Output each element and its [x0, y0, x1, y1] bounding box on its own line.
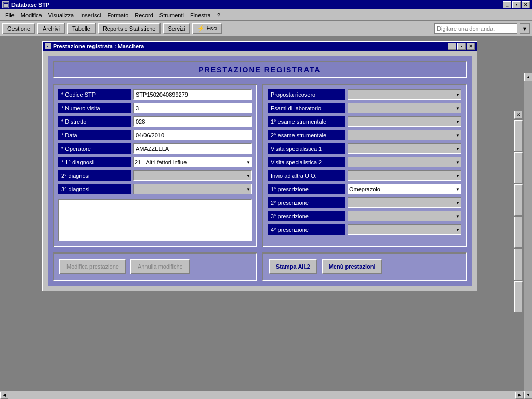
- side-btn-4[interactable]: [514, 217, 523, 248]
- dialog-maximize[interactable]: ▪: [457, 43, 466, 50]
- proposta-arrow: ▼: [456, 92, 460, 97]
- diagnosi1-value: 21 - Altri fattori influe: [135, 159, 187, 165]
- scrollbar-right[interactable]: ▲ ▼: [524, 73, 532, 399]
- menu-prestazioni-button[interactable]: Menù prestazioni: [322, 259, 383, 274]
- visita2-label: Visita specialistica 2: [268, 157, 345, 167]
- help-dropdown[interactable]: ▼: [520, 23, 530, 34]
- dialog-close[interactable]: ✕: [467, 43, 475, 50]
- toolbar-servizi[interactable]: Servizi: [163, 23, 190, 34]
- numero-visita-input[interactable]: [133, 103, 252, 113]
- toolbar-tabelle[interactable]: Tabelle: [67, 23, 96, 34]
- help-input[interactable]: [434, 23, 517, 34]
- side-btn-3[interactable]: [514, 184, 523, 216]
- esami-lab-select[interactable]: ▼: [348, 103, 461, 113]
- prescrizione1-value: Omeprazolo: [349, 186, 380, 192]
- scroll-right-button[interactable]: ▶: [515, 392, 524, 399]
- scroll-up-button[interactable]: ▲: [524, 73, 532, 81]
- prescrizione2-arrow: ▼: [456, 201, 460, 205]
- bottom-scrollbar: ◀ ▶: [0, 391, 524, 399]
- svg-rect-1: [4, 3, 8, 4]
- invio-label: Invio ad altra U.O.: [268, 170, 345, 181]
- diagnosi3-select[interactable]: ▼: [133, 184, 252, 194]
- scroll-left-button[interactable]: ◀: [0, 392, 8, 399]
- dialog-window: ▪ Prestazione registrata : Maschera _ ▪ …: [42, 41, 478, 292]
- prescrizione2-select[interactable]: ▼: [348, 197, 461, 208]
- distretto-input[interactable]: [133, 116, 252, 127]
- stampa-button[interactable]: Stampa All.2: [269, 259, 317, 274]
- operatore-input[interactable]: [133, 143, 252, 154]
- menu-modifica[interactable]: Modifica: [18, 11, 45, 19]
- left-panel: * Codice STP * Numero visita * Distretto: [53, 84, 257, 247]
- distretto-row: * Distretto: [58, 116, 252, 127]
- dialog-title-text: Prestazione registrata : Maschera: [53, 43, 144, 49]
- prescrizione3-select[interactable]: ▼: [348, 211, 461, 221]
- close-button[interactable]: ✕: [522, 1, 530, 8]
- menu-formato[interactable]: Formato: [104, 11, 131, 19]
- esame1-label: 1° esame strumentale: [268, 116, 345, 127]
- prescrizione3-row: 3° prescrizione ▼: [268, 211, 461, 221]
- prescrizione4-select[interactable]: ▼: [348, 224, 461, 235]
- prescrizione3-arrow: ▼: [456, 214, 460, 219]
- menu-inserisci[interactable]: Inserisci: [77, 11, 104, 19]
- esame1-arrow: ▼: [456, 119, 460, 124]
- side-close-button[interactable]: ✕: [514, 111, 523, 119]
- menu-visualizza[interactable]: Visualizza: [45, 11, 77, 19]
- menu-strumenti[interactable]: Strumenti: [156, 11, 187, 19]
- data-input[interactable]: [133, 130, 252, 140]
- esame2-row: 2° esame strumentale ▼: [268, 130, 461, 140]
- prescrizione1-arrow: ▼: [456, 187, 460, 192]
- esami-lab-label: Esami di laboratorio: [268, 103, 345, 113]
- prescrizione4-label: 4° prescrizione: [268, 224, 345, 235]
- side-btn-2[interactable]: [514, 152, 523, 183]
- prescrizione2-label: 2° prescrizione: [268, 197, 345, 208]
- title-controls: _ ▪ ✕: [503, 1, 530, 8]
- diagnosi1-select[interactable]: 21 - Altri fattori influe ▼: [133, 157, 252, 167]
- toolbar-reports[interactable]: Reports e Statistiche: [98, 23, 161, 34]
- dialog-minimize[interactable]: _: [448, 43, 456, 50]
- notes-textarea[interactable]: [58, 200, 252, 241]
- dialog-icon: ▪: [45, 43, 51, 49]
- menu-finestra[interactable]: Finestra: [187, 11, 214, 19]
- side-btn-6[interactable]: [514, 281, 523, 312]
- side-panel: ✕: [514, 111, 523, 312]
- proposta-label: Proposta ricovero: [268, 89, 345, 100]
- side-btn-1[interactable]: [514, 120, 523, 151]
- dialog-title-bar: ▪ Prestazione registrata : Maschera _ ▪ …: [43, 42, 477, 51]
- prescrizione1-select[interactable]: Omeprazolo ▼: [348, 184, 461, 194]
- menu-file[interactable]: File: [2, 11, 18, 19]
- visita1-select[interactable]: ▼: [348, 143, 461, 154]
- buttons-row: Modifica prestazione Annulla modifiche S…: [53, 252, 467, 281]
- prescrizione3-label: 3° prescrizione: [268, 211, 345, 221]
- menu-record[interactable]: Record: [131, 11, 156, 19]
- numero-visita-label: * Numero visita: [58, 103, 131, 113]
- form-title-box: PRESTAZIONE REGISTRATA: [53, 61, 467, 78]
- toolbar: Gestione Archivi Tabelle Reports e Stati…: [0, 21, 532, 36]
- annulla-modifiche-button[interactable]: Annulla modifiche: [130, 259, 190, 274]
- esame1-select[interactable]: ▼: [348, 116, 461, 127]
- menu-help[interactable]: ?: [214, 11, 223, 19]
- visita2-row: Visita specialistica 2 ▼: [268, 157, 461, 167]
- toolbar-archivi[interactable]: Archivi: [37, 23, 65, 34]
- invio-select[interactable]: ▼: [348, 170, 461, 181]
- proposta-select[interactable]: ▼: [348, 89, 461, 100]
- esame2-select[interactable]: ▼: [348, 130, 461, 140]
- visita2-arrow: ▼: [456, 160, 460, 165]
- visita1-label: Visita specialistica 1: [268, 143, 345, 154]
- minimize-button[interactable]: _: [503, 1, 511, 8]
- toolbar-gestione[interactable]: Gestione: [2, 23, 35, 34]
- prescrizione1-label: 1° prescrizione: [268, 184, 345, 194]
- btn-panel-right: Stampa All.2 Menù prestazioni: [262, 252, 467, 281]
- codice-stp-input[interactable]: [133, 89, 252, 100]
- data-row: * Data: [58, 130, 252, 140]
- menu-bar: File Modifica Visualizza Inserisci Forma…: [0, 9, 532, 21]
- diagnosi2-select[interactable]: ▼: [133, 170, 252, 181]
- operatore-row: * Operatore: [58, 143, 252, 154]
- codice-stp-label: * Codice STP: [58, 89, 131, 100]
- visita2-select[interactable]: ▼: [348, 157, 461, 167]
- scroll-down-button[interactable]: ▼: [524, 391, 532, 399]
- maximize-button[interactable]: ▪: [512, 1, 521, 8]
- toolbar-esci[interactable]: ⚡ Esci: [192, 23, 222, 34]
- modifica-prestazione-button[interactable]: Modifica prestazione: [59, 259, 126, 274]
- side-btn-5[interactable]: [514, 249, 523, 280]
- diagnosi3-label: 3° diagnosi: [58, 184, 131, 194]
